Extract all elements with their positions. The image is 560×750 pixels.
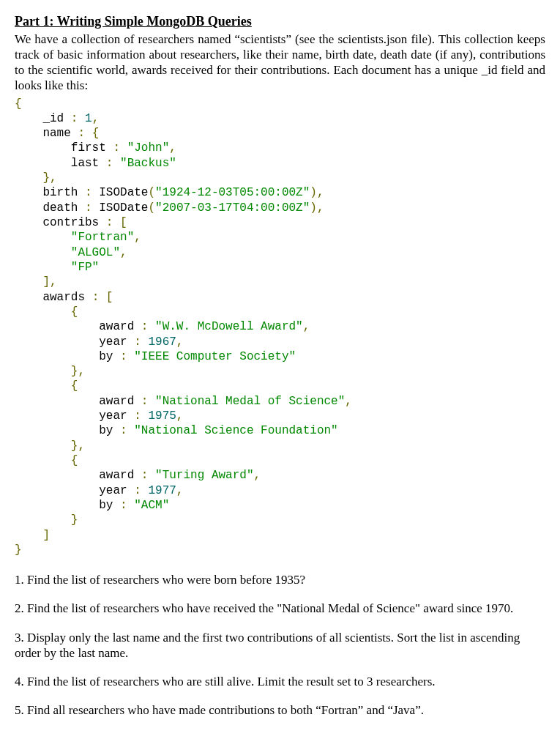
question-3: 3. Display only the last name and the fi… [15, 630, 545, 661]
question-2: 2. Find the list of researchers who have… [15, 601, 545, 616]
question-4: 4. Find the list of researchers who are … [15, 674, 545, 689]
intro-paragraph: We have a collection of researchers name… [15, 31, 545, 94]
section-heading: Part 1: Writing Simple MongoDB Queries [15, 13, 545, 30]
code-block: { _id : 1, name : { first : "John", last… [15, 97, 545, 558]
question-1: 1. Find the list of researchers who were… [15, 572, 545, 587]
question-5: 5. Find all researchers who have made co… [15, 702, 545, 718]
